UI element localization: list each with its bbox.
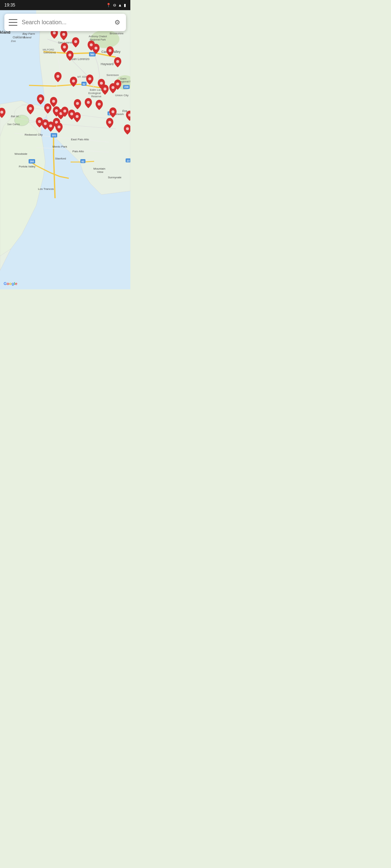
svg-text:MILFORD: MILFORD	[43, 48, 54, 51]
svg-text:Anthony Chabot: Anthony Chabot	[89, 35, 107, 38]
svg-text:Ecological: Ecological	[88, 92, 101, 95]
location-icon: 📍	[106, 3, 111, 8]
battery-icon: ▮	[124, 3, 126, 8]
svg-point-70	[116, 60, 119, 63]
svg-text:View: View	[97, 170, 103, 174]
svg-point-66	[63, 46, 66, 48]
svg-point-71	[68, 54, 71, 56]
svg-point-91	[76, 115, 79, 118]
svg-text:Sunnyvale: Sunnyvale	[108, 176, 122, 179]
svg-text:Bay Farm: Bay Farm	[22, 32, 35, 35]
svg-point-86	[46, 106, 49, 109]
svg-text:Union City: Union City	[115, 94, 129, 97]
svg-point-87	[55, 109, 58, 112]
svg-text:San Carlos: San Carlos	[7, 123, 20, 125]
svg-text:Redwood City: Redwood City	[25, 133, 43, 136]
do-not-disturb-icon: ⊖	[113, 3, 116, 8]
svg-point-95	[38, 120, 41, 123]
svg-point-73	[72, 80, 75, 82]
svg-point-89	[63, 110, 66, 112]
svg-point-79	[39, 97, 42, 100]
svg-point-62	[53, 31, 56, 34]
svg-point-96	[44, 122, 47, 125]
svg-text:Reserve: Reserve	[91, 95, 101, 98]
svg-text:238: 238	[124, 86, 129, 88]
svg-point-102	[126, 127, 129, 130]
svg-text:280: 280	[30, 160, 34, 163]
svg-text:Brookshire: Brookshire	[110, 32, 124, 35]
status-bar: 19:35 📍 ⊖ ▲ ▮	[0, 0, 130, 10]
svg-text:Island: Island	[24, 36, 31, 39]
svg-text:101: 101	[52, 134, 56, 137]
svg-text:Stanford: Stanford	[55, 157, 66, 160]
google-logo: Google	[4, 281, 17, 286]
svg-text:Portola Valley: Portola Valley	[19, 165, 35, 168]
svg-text:Garin: Garin	[120, 77, 126, 80]
hamburger-menu-button[interactable]	[9, 18, 17, 27]
svg-text:San Lorenzo: San Lorenzo	[71, 57, 89, 61]
svg-text:Zoo: Zoo	[11, 39, 16, 43]
svg-text:23: 23	[127, 159, 130, 162]
svg-point-74	[88, 77, 91, 80]
svg-text:82: 82	[81, 160, 84, 163]
svg-point-80	[52, 100, 55, 103]
svg-text:Woodside: Woodside	[14, 152, 28, 156]
svg-point-84	[29, 107, 32, 110]
svg-point-85	[0, 111, 3, 114]
svg-point-90	[70, 112, 73, 115]
search-bar: ⚙	[4, 14, 126, 31]
settings-button[interactable]: ⚙	[113, 18, 122, 27]
svg-point-65	[90, 43, 93, 46]
svg-text:East Palo Alto: East Palo Alto	[71, 138, 89, 141]
map-container[interactable]: 580 92 238 34 101 280 82 23 Oakland Zoo …	[0, 10, 130, 289]
svg-point-82	[87, 101, 90, 104]
svg-text:Los Trancos: Los Trancos	[38, 187, 54, 191]
svg-text:Mountain: Mountain	[93, 167, 105, 170]
svg-text:580: 580	[90, 53, 94, 56]
svg-point-99	[58, 125, 60, 128]
svg-point-63	[62, 33, 65, 36]
svg-text:92: 92	[83, 83, 85, 85]
map-svg: 580 92 238 34 101 280 82 23 Oakland Zoo …	[0, 10, 130, 289]
svg-text:Palo Alto: Palo Alto	[72, 150, 84, 153]
svg-point-75	[100, 82, 103, 85]
svg-point-100	[108, 121, 111, 124]
svg-point-76	[104, 88, 106, 90]
svg-text:Sorenson: Sorenson	[106, 73, 119, 77]
svg-text:Oakland: Oakland	[13, 35, 25, 39]
wifi-icon: ▲	[118, 3, 122, 7]
svg-point-81	[76, 102, 79, 105]
svg-point-78	[116, 82, 119, 85]
svg-text:GARDENS: GARDENS	[43, 51, 56, 54]
search-input[interactable]	[22, 19, 109, 26]
svg-text:Bair Isl...: Bair Isl...	[11, 115, 21, 118]
status-time: 19:35	[4, 3, 15, 8]
svg-point-64	[74, 40, 77, 43]
svg-point-72	[56, 75, 59, 78]
svg-point-77	[112, 86, 114, 89]
svg-text:Hayward: Hayward	[101, 62, 114, 66]
svg-text:Menlo Park: Menlo Park	[52, 145, 67, 148]
svg-point-67	[109, 49, 112, 52]
svg-point-83	[98, 103, 101, 106]
svg-point-97	[49, 124, 52, 127]
status-icons: 📍 ⊖ ▲ ▮	[106, 3, 126, 8]
svg-point-92	[112, 110, 114, 113]
svg-point-68	[94, 47, 97, 50]
